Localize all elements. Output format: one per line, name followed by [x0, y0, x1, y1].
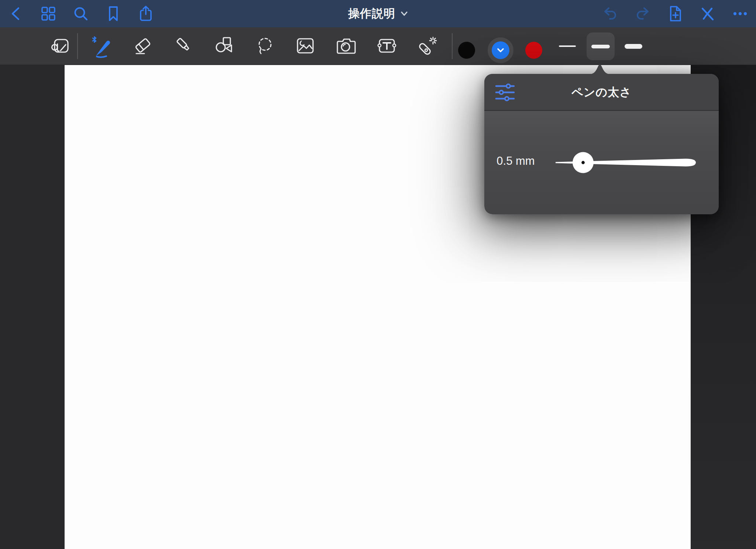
zoom-window-icon: [49, 35, 71, 57]
text-box-icon: [375, 35, 399, 57]
laser-pointer-icon: [416, 35, 439, 58]
redo-icon: [635, 6, 651, 21]
chevron-down-icon: [401, 11, 408, 16]
redo-button[interactable]: [631, 2, 654, 25]
add-page-button[interactable]: [663, 2, 687, 25]
thickness-thick[interactable]: [622, 34, 645, 58]
image-icon: [294, 35, 316, 57]
medium-line-icon: [591, 45, 610, 48]
pen-thickness-slider[interactable]: [551, 144, 706, 181]
tool-lasso[interactable]: [253, 34, 277, 58]
tool-camera[interactable]: [334, 34, 358, 58]
thumbnails-grid-icon: [41, 6, 56, 21]
popover-title: ペンの太さ: [484, 74, 719, 111]
lasso-icon: [254, 35, 276, 57]
back-button[interactable]: [4, 2, 28, 25]
toolbar-separator: [77, 33, 78, 59]
top-navigation-bar: 操作説明: [0, 0, 756, 27]
popover-arrow: [589, 64, 611, 74]
thin-line-icon: [559, 45, 576, 47]
search-icon: [73, 6, 89, 22]
canvas-margin-left: [0, 65, 65, 549]
color-swatch-black[interactable]: [458, 42, 475, 59]
tool-highlighter[interactable]: [173, 34, 196, 58]
tool-eraser[interactable]: [131, 34, 155, 58]
share-icon: [138, 5, 154, 22]
tool-zoom-window[interactable]: [48, 34, 72, 58]
bookmarks-button[interactable]: [102, 2, 125, 25]
nav-left-group: [0, 0, 166, 27]
thickness-thin[interactable]: [556, 34, 579, 58]
pen-thickness-popover: ペンの太さ 0.5 mm: [484, 74, 719, 214]
stylus-toggle-button[interactable]: [696, 2, 719, 25]
eraser-icon: [132, 35, 154, 57]
tool-shapes[interactable]: [212, 34, 236, 58]
shapes-icon: [212, 35, 235, 58]
color-swatch-blue: [492, 41, 509, 59]
goodnotes-app: 操作説明: [0, 0, 756, 549]
pages-overview-button[interactable]: [37, 2, 60, 25]
slider-thumb-dot: [581, 161, 585, 164]
more-button[interactable]: [728, 2, 752, 25]
document-title[interactable]: 操作説明: [348, 6, 408, 21]
popover-header: ペンの太さ: [484, 74, 719, 111]
tool-image[interactable]: [293, 34, 317, 58]
bookmark-icon: [106, 6, 121, 22]
tool-laser-pointer[interactable]: [415, 34, 439, 58]
color-swatch-blue-selected[interactable]: [488, 37, 513, 63]
pen-icon: [89, 34, 113, 58]
highlighter-icon: [173, 35, 196, 57]
thickness-medium[interactable]: [587, 33, 615, 60]
add-page-icon: [668, 5, 683, 22]
camera-icon: [335, 35, 358, 57]
undo-button[interactable]: [598, 2, 622, 25]
chevron-down-icon: [496, 48, 505, 53]
tool-pen[interactable]: [89, 34, 113, 58]
tool-text[interactable]: [375, 34, 399, 58]
tools-toolbar: [0, 27, 756, 65]
more-ellipsis-icon: [732, 11, 748, 17]
pen-thickness-value: 0.5 mm: [495, 154, 536, 168]
thick-line-icon: [625, 44, 642, 49]
nav-right-group: [590, 0, 752, 27]
toolbar-separator: [452, 33, 453, 59]
undo-icon: [602, 6, 618, 21]
document-title-text: 操作説明: [348, 6, 395, 21]
stylus-off-icon: [700, 6, 716, 22]
search-button[interactable]: [69, 2, 93, 25]
back-chevron-icon: [8, 6, 23, 22]
share-button[interactable]: [134, 2, 158, 25]
color-swatch-red[interactable]: [525, 42, 542, 59]
